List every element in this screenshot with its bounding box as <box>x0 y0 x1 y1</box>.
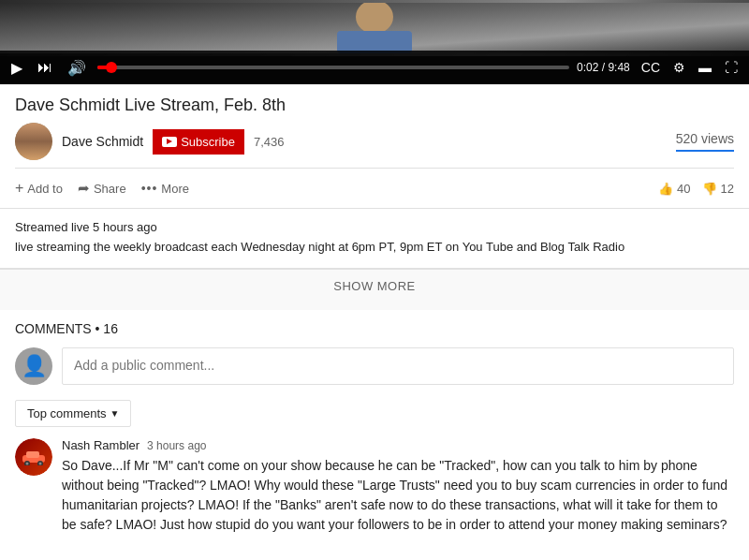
video-controls: ▶ ⏭ 🔊 0:02 / 9:48 CC ⚙ ▬ ⛶ <box>0 51 749 84</box>
comment-item: Nash Rambler 3 hours ago So Dave...If Mr… <box>15 438 734 535</box>
view-count: 520 views <box>676 131 734 148</box>
channel-row: Dave Schmidt Subscribe 7,436 520 views <box>15 123 734 160</box>
sort-button[interactable]: Top comments ▼ <box>15 400 131 427</box>
more-button[interactable]: ••• More <box>141 177 189 199</box>
right-controls: CC ⚙ ▬ ⛶ <box>638 58 742 77</box>
comment-input[interactable] <box>62 347 734 385</box>
avatar-image <box>15 438 52 476</box>
stream-description: live streaming the weekly broadcast each… <box>15 238 734 257</box>
comment-text: So Dave...If Mr "M" can't come on your s… <box>62 456 734 535</box>
chevron-down-icon: ▼ <box>110 408 120 419</box>
views-underline <box>676 150 734 152</box>
show-more-button[interactable]: SHOW MORE <box>0 269 749 302</box>
channel-info: Dave Schmidt <box>62 134 143 149</box>
share-icon: ➦ <box>78 180 90 197</box>
svg-point-8 <box>39 462 42 464</box>
action-row: + Add to ➦ Share ••• More 👍 40 👎 12 <box>15 168 734 208</box>
youtube-icon <box>162 137 177 147</box>
video-info: Dave Schmidt Live Stream, Feb. 8th Dave … <box>0 84 749 209</box>
share-button[interactable]: ➦ Share <box>78 176 126 200</box>
dislike-button[interactable]: 👎 12 <box>702 182 734 196</box>
video-title: Dave Schmidt Live Stream, Feb. 8th <box>15 96 734 115</box>
comment-body: Nash Rambler 3 hours ago So Dave...If Mr… <box>62 438 734 535</box>
svg-rect-4 <box>26 451 39 458</box>
progress-dot <box>106 62 117 73</box>
action-left: + Add to ➦ Share ••• More <box>15 176 658 200</box>
views-container: 520 views <box>676 131 734 152</box>
channel-avatar[interactable] <box>15 123 52 160</box>
commenter-avatar[interactable] <box>15 438 52 476</box>
stream-info: Streamed live 5 hours ago <box>15 220 734 234</box>
comment-author[interactable]: Nash Rambler <box>62 438 140 452</box>
plus-icon: + <box>15 180 23 197</box>
skip-button[interactable]: ⏭ <box>34 55 56 80</box>
video-thumbnail <box>0 0 749 56</box>
volume-button[interactable]: 🔊 <box>64 55 90 81</box>
thumbs-down-icon: 👎 <box>702 182 717 196</box>
comments-section: COMMENTS • 16 👤 Top comments ▼ <box>0 310 749 561</box>
user-icon: 👤 <box>22 354 47 378</box>
channel-avatar-image <box>15 123 52 160</box>
video-player: ▶ ⏭ 🔊 0:02 / 9:48 CC ⚙ ▬ ⛶ <box>0 0 749 84</box>
play-button[interactable]: ▶ <box>7 55 26 81</box>
like-dislike: 👍 40 👎 12 <box>658 182 734 196</box>
channel-name[interactable]: Dave Schmidt <box>62 134 143 149</box>
user-avatar: 👤 <box>15 347 52 385</box>
svg-point-7 <box>26 462 29 464</box>
cc-button[interactable]: CC <box>638 58 664 77</box>
description-section: Streamed live 5 hours ago live streaming… <box>0 209 749 269</box>
theater-button[interactable]: ▬ <box>695 58 715 77</box>
comment-author-row: Nash Rambler 3 hours ago <box>62 438 734 452</box>
subscriber-count: 7,436 <box>254 135 285 149</box>
thumbs-up-icon: 👍 <box>658 182 673 196</box>
comments-header: COMMENTS • 16 <box>15 321 734 336</box>
sort-row: Top comments ▼ <box>15 400 734 427</box>
channel-left: Dave Schmidt Subscribe 7,436 <box>15 123 285 160</box>
add-to-button[interactable]: + Add to <box>15 176 63 200</box>
subscribe-button[interactable]: Subscribe <box>153 129 244 155</box>
comment-time: 3 hours ago <box>147 439 206 452</box>
fullscreen-button[interactable]: ⛶ <box>721 58 742 77</box>
more-icon: ••• <box>141 181 158 196</box>
like-button[interactable]: 👍 40 <box>658 182 690 196</box>
progress-bar[interactable] <box>97 66 569 69</box>
settings-button[interactable]: ⚙ <box>669 58 689 77</box>
comment-input-row: 👤 <box>15 347 734 385</box>
time-display: 0:02 / 9:48 <box>577 61 630 74</box>
